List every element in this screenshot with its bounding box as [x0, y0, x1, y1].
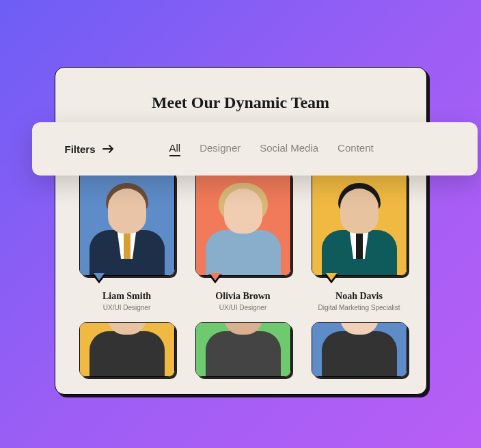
team-card[interactable] — [312, 322, 407, 377]
member-photo — [312, 170, 407, 276]
member-name: Noah Davis — [335, 291, 383, 302]
member-name: Liam Smith — [102, 291, 151, 302]
member-photo — [195, 170, 291, 276]
team-card[interactable]: Liam Smith UX/UI Designer — [79, 170, 175, 311]
member-photo — [79, 170, 175, 276]
team-card[interactable] — [195, 322, 291, 377]
filter-tabs: All Designer Social Media Content — [169, 142, 374, 156]
team-card[interactable]: Olivia Brown UX/UI Designer — [195, 170, 291, 311]
member-role: UX/UI Designer — [219, 304, 266, 311]
tab-content[interactable]: Content — [338, 142, 374, 156]
page-title: Meet Our Dynamic Team — [55, 68, 426, 112]
tab-designer[interactable]: Designer — [200, 142, 240, 156]
tab-all[interactable]: All — [169, 142, 181, 156]
tab-social-media[interactable]: Social Media — [260, 142, 318, 156]
member-photo — [195, 322, 291, 377]
member-photo — [79, 322, 175, 377]
member-photo — [312, 322, 407, 377]
filters-label: Filters — [65, 143, 96, 155]
member-role: UX/UI Designer — [103, 304, 150, 311]
team-grid: Liam Smith UX/UI Designer Olivia Brown U… — [79, 170, 402, 377]
member-role: Digital Marketing Specialist — [318, 304, 400, 311]
arrow-right-icon — [102, 144, 115, 154]
team-card[interactable]: Noah Davis Digital Marketing Specialist — [312, 170, 407, 311]
filter-bar: Filters All Designer Social Media Conten… — [32, 122, 478, 176]
member-name: Olivia Brown — [215, 291, 270, 302]
filters-button[interactable]: Filters — [65, 143, 115, 155]
team-page: Meet Our Dynamic Team Filters All Design… — [55, 67, 427, 395]
team-card[interactable] — [79, 322, 175, 377]
